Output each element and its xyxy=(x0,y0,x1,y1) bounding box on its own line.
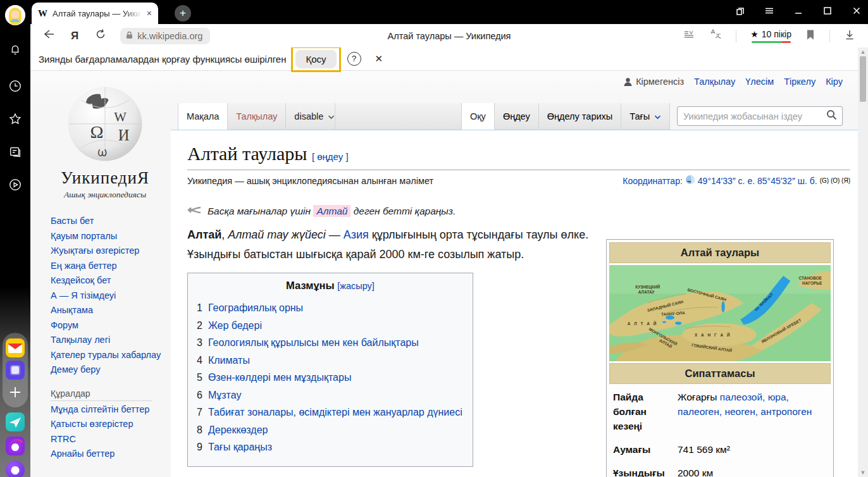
new-tab-button[interactable]: + xyxy=(175,5,191,22)
sidebar-item-random[interactable]: Кездейсоқ бет xyxy=(51,273,168,288)
notifications-bell-icon[interactable] xyxy=(0,35,30,63)
toc-link[interactable]: Мұзтау xyxy=(208,390,242,400)
history-clock-icon[interactable] xyxy=(0,72,30,100)
browser-tab[interactable]: W Алтай таулары — Уики × xyxy=(32,3,158,24)
toc-item: 1Географиялық орны xyxy=(197,299,473,317)
yandex-mail-icon[interactable] xyxy=(6,338,25,357)
toc-link[interactable]: Жер бедері xyxy=(208,320,262,331)
sidebar-item-az[interactable]: А — Я тізімдеуі xyxy=(51,288,168,304)
search-input[interactable] xyxy=(678,111,826,121)
messenger-icon[interactable] xyxy=(6,412,25,431)
coordinates-label[interactable]: Координаттар: xyxy=(623,176,683,186)
rating-count: 10 пікір xyxy=(762,29,791,39)
tab-close-icon[interactable]: × xyxy=(147,8,152,18)
close-window-icon[interactable] xyxy=(852,6,862,18)
download-icon[interactable] xyxy=(844,29,855,43)
toc-link[interactable]: Өзен-көлдері мен мұздықтары xyxy=(208,372,351,383)
coordinates-value[interactable]: 49°14′33″ с. е. 85°45′32″ ш. б. xyxy=(698,176,817,186)
enable-protection-button[interactable]: Қосу xyxy=(295,50,336,68)
url-text: kk.wikipedia.org xyxy=(137,31,202,41)
menu-hamburger-icon[interactable] xyxy=(764,6,774,18)
scroll-thumb[interactable] xyxy=(860,56,866,102)
yandex-docs-icon[interactable] xyxy=(6,361,25,380)
site-subtitle: Уикипедия — ашық энциклопедиясынан алынғ… xyxy=(187,176,433,186)
wikipedia-logo[interactable]: Ω W И Ꞷ УикипедиЯ Ашық энциклопедиясы xyxy=(48,76,162,200)
notification-close-icon[interactable]: ✕ xyxy=(375,53,383,65)
lock-icon[interactable] xyxy=(125,30,133,42)
coordinates-services[interactable]: (G) (O) (Я) xyxy=(820,177,850,184)
tab-history[interactable]: Өңделу тарихы xyxy=(538,103,621,130)
infobox-table: Пайда болған кезеңі Жоғарғы палеозой, юр… xyxy=(609,385,831,477)
toc-link[interactable]: Табиғат зоналары, өсімдіктері мен жануар… xyxy=(208,407,462,418)
tab-article[interactable]: Мақала xyxy=(178,103,227,130)
url-field[interactable]: kk.wikipedia.org xyxy=(120,28,210,44)
translate-icon[interactable] xyxy=(709,28,722,44)
wiki-search-box xyxy=(677,106,843,126)
reload-icon[interactable] xyxy=(95,28,106,43)
globe-icon[interactable] xyxy=(685,175,695,187)
infobox-row-length: Ұзындығы 2000 км xyxy=(609,461,831,477)
tab-talk[interactable]: Талқылау xyxy=(227,103,285,130)
tools-item-whatlinks[interactable]: Мұнда сілтейтін беттер xyxy=(51,402,168,418)
bookmark-flag-icon[interactable] xyxy=(805,29,815,43)
personal-link-talk[interactable]: Талқылау xyxy=(694,77,735,87)
minimize-icon[interactable] xyxy=(793,6,803,18)
bookmarks-star-icon[interactable] xyxy=(0,105,30,133)
sidebar-item-forum[interactable]: Форум xyxy=(51,318,168,333)
browser-window: W Алтай таулары — Уики × + Я xyxy=(0,0,868,477)
star-icon: ★ xyxy=(750,29,759,39)
collections-icon[interactable] xyxy=(0,138,30,166)
toc-link[interactable]: Тағы қараңыз xyxy=(208,442,272,452)
camera-app-icon[interactable] xyxy=(6,437,25,455)
search-icon[interactable] xyxy=(826,109,842,123)
sidebar-item-donate[interactable]: Демеу беру xyxy=(51,362,168,378)
sidebar-item-errors[interactable]: Қателер туралы хабарлау xyxy=(51,348,168,363)
maximize-icon[interactable] xyxy=(822,6,833,18)
svg-text:Х А Н Г А Й: Х А Н Г А Й xyxy=(695,332,731,337)
chevron-down-icon xyxy=(654,111,661,121)
scroll-down-arrow[interactable]: ▼ xyxy=(858,468,868,477)
infobox: Алтай таулары xyxy=(606,239,834,477)
tools-item-related[interactable]: Қатысты өзгерістер xyxy=(51,417,168,432)
toc-item: 6Мұзтау xyxy=(197,387,473,404)
profile-avatar[interactable] xyxy=(5,5,25,25)
personal-link-register[interactable]: Тіркелу xyxy=(784,77,815,87)
toc-hide-link[interactable]: [жасыру] xyxy=(337,281,375,291)
svg-text:А Л Т А Й: А Л Т А Й xyxy=(628,321,658,326)
edit-section-link[interactable]: [ өңдеу ] xyxy=(312,151,349,162)
tab-panels-icon[interactable] xyxy=(735,6,745,18)
tab-more-dropdown[interactable]: Тағы xyxy=(621,103,670,130)
sidebar-item-recent[interactable]: Жуықтағы өзгерістер xyxy=(51,244,168,259)
logo-tagline: Ашық энциклопедиясы xyxy=(48,190,162,200)
personal-link-login[interactable]: Кіру xyxy=(826,77,843,87)
personal-link-contribs[interactable]: Үлесім xyxy=(745,77,774,87)
help-question-icon[interactable]: ? xyxy=(347,52,361,66)
scroll-up-arrow[interactable]: ▲ xyxy=(858,47,868,56)
tab-read[interactable]: Оқу xyxy=(461,103,494,130)
sidebar-item-help[interactable]: Анықтама xyxy=(51,303,168,318)
toc-item: 5Өзен-көлдері мен мұздықтары xyxy=(197,369,473,387)
toc-link[interactable]: Дереккөздер xyxy=(208,424,268,435)
page-scrollbar[interactable]: ▲ ▼ xyxy=(858,47,868,477)
add-app-plus-icon[interactable] xyxy=(6,383,25,402)
hatnote-link-altai[interactable]: Алтай xyxy=(313,205,350,217)
video-play-icon[interactable] xyxy=(0,171,30,199)
sidebar-item-talkfeed[interactable]: Талқылау легі xyxy=(51,333,168,348)
tools-item-special[interactable]: Арнайы беттер xyxy=(51,447,168,462)
back-arrow-icon[interactable] xyxy=(42,28,54,43)
sidebar-item-portal[interactable]: Қауым порталы xyxy=(51,229,168,244)
tab-edit[interactable]: Өңдеу xyxy=(494,103,538,130)
link-asia[interactable]: Азия xyxy=(344,228,369,241)
toc-link[interactable]: Геологиялық құрылысы мен кен байлықтары xyxy=(208,337,419,348)
alice-assistant-icon[interactable] xyxy=(6,461,25,477)
reader-mode-icon[interactable] xyxy=(683,28,695,44)
toc-link[interactable]: Климаты xyxy=(208,355,250,366)
sidebar-item-newpages[interactable]: Ең жаңа беттер xyxy=(51,259,168,274)
relief-map-image[interactable]: КУЗНЕЦКИЙ АЛАТАУ ЗАПАДНЫЙ САЯН ВОСТОЧНЫЙ… xyxy=(609,265,831,361)
tools-item-rtrc[interactable]: RTRC xyxy=(51,432,168,447)
toc-link[interactable]: Географиялық орны xyxy=(208,302,303,313)
tab-strip: W Алтай таулары — Уики × + xyxy=(30,0,868,24)
yandex-logo-icon[interactable]: Я xyxy=(71,30,78,42)
sidebar-item-main[interactable]: Басты бет xyxy=(51,214,168,229)
site-rating[interactable]: ★10 пікір xyxy=(750,29,791,43)
